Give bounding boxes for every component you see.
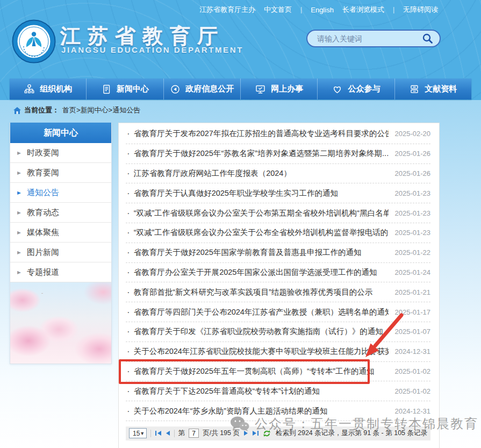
news-item-title[interactable]: 关于公布2024年江苏省职业院校技能大赛中等职业学校班主任能力比赛获奖... [134,346,389,357]
records-summary: 检索到 2924 条记录，显示第 91 条 - 第 105 条记录 [276,429,427,438]
news-item-title[interactable]: “双减”工作省级联席会议办公室关于公布全省校外培训机构监督举报电话的公... [134,227,389,238]
news-item-title[interactable]: 省教育厅关于发布2027年拟在江苏招生的普通高校专业选考科目要求的公告 [134,129,389,139]
news-item[interactable]: ·“双减”工作省级联席会议办公室关于公布全省校外培训机构监督举报电话的公...2… [126,223,430,243]
page-label-prefix: 第 [178,429,185,438]
news-item-date: 2025-01-21 [395,288,431,296]
news-item-title[interactable]: 省教育厅关于做好2025年国家学前教育普及普惠县申报工作的通知 [134,247,389,258]
page-number-input[interactable]: 7 [189,429,199,438]
news-item-title[interactable]: 教育部首批“新文科研究与改革实践项目”结题验收推荐优秀项目的公示 [134,287,389,297]
news-item-title[interactable]: “双减”工作省级联席会议办公室关于公布第五期全省校外培训机构“黑白名单... [134,208,389,218]
search-input[interactable] [307,31,422,46]
search-box [306,30,441,47]
sidebar-item-label: 媒体聚焦 [27,227,59,238]
sidebar-item-label: 教育动态 [27,208,59,218]
topbar-link[interactable]: 长者浏览模式 [342,5,384,15]
news-item[interactable]: ·省教育厅办公室关于开展2025年国家公派出国留学选派受理工作的通知2025-0… [126,263,430,283]
sidebar-title: 新闻中心 [10,123,111,143]
triangle-marker-icon: ▶ [17,250,21,255]
news-item-highlighted[interactable]: ·省教育厅关于做好2025年五年一贯制高职（高师）“专转本”工作的通知2025-… [126,362,430,382]
bullet-icon: · [127,189,130,198]
news-item[interactable]: ·关于公布2024年“苏乡永助”资助育人主题活动结果的通知2024-12-31 [126,401,430,421]
bullet-icon: · [127,149,130,158]
news-item[interactable]: ·教育部首批“新文科研究与改革实践项目”结题验收推荐优秀项目的公示2025-01… [126,282,430,302]
news-item-title[interactable]: 省教育厅关于认真做好2025年职业学校学生实习工作的通知 [134,188,389,198]
nav-item-新闻中心[interactable]: 新闻中心 [87,79,163,99]
nav-item-网上办事[interactable]: 网上办事 [241,79,318,99]
main-nav: 组织机构新闻中心政府信息公开网上办事公众参与文献资料 [10,79,471,99]
prev-page-button[interactable] [166,430,170,436]
sidebar-item-图片新闻[interactable]: ▶图片新闻 [10,243,111,262]
nav-item-文献资料[interactable]: 文献资料 [395,79,471,99]
news-item-title[interactable]: 省教育厅关于做好2025年“苏教名家”培养对象遴选暨第二期培养对象终期... [134,148,389,159]
refresh-icon[interactable] [263,430,271,437]
sidebar-item-教育动态[interactable]: ▶教育动态 [10,203,111,223]
news-item-date: 2025-01-22 [395,248,431,257]
topbar-link[interactable]: 无障碍阅读 [403,5,438,15]
triangle-marker-icon: ▶ [17,190,21,195]
last-page-button[interactable] [252,430,259,436]
site-logo[interactable] [12,19,56,63]
news-item-date: 2025-01-23 [395,209,431,217]
news-item[interactable]: ·省教育厅关于下达2025年普通高校“专转本”计划的通知2025-01-02 [126,381,430,401]
topbar-link[interactable]: English [311,6,334,14]
topbar-link[interactable]: 江苏省教育厅主办 [199,5,255,15]
news-item-title[interactable]: 省教育厅关于印发《江苏省职业院校劳动教育实施指南（试行）》的通知 [134,326,389,337]
divider: | [393,6,394,13]
magnolia-flowers-image [10,282,111,364]
news-item[interactable]: ·“双减”工作省级联席会议办公室关于公布第五期全省校外培训机构“黑白名单...2… [126,203,430,223]
sidebar-item-时政要闻[interactable]: ▶时政要闻 [10,143,111,163]
sidebar-item-媒体聚焦[interactable]: ▶媒体聚焦 [10,223,111,243]
page-label-suffix: 页/共 195 页 [203,429,240,438]
news-item-date: 2025-01-07 [395,328,431,336]
nav-item-政府信息公开[interactable]: 政府信息公开 [164,79,241,99]
news-item[interactable]: ·省教育厅关于印发《江苏省职业院校劳动教育实施指南（试行）》的通知2025-01… [126,322,430,342]
news-item-title[interactable]: 江苏省教育厅政府网站工作年度报表（2024） [134,168,389,179]
sidebar-item-专题报道[interactable]: ▶专题报道 [10,262,111,282]
news-item[interactable]: ·关于公布2024年江苏省职业院校技能大赛中等职业学校班主任能力比赛获奖...2… [126,342,430,362]
sidebar-item-通知公告[interactable]: ▶通知公告 [10,183,111,203]
news-item[interactable]: ·省教育厅关于认真做好2025年职业学校学生实习工作的通知2025-01-23 [126,183,430,203]
first-page-button[interactable] [155,430,162,436]
bullet-icon: · [127,209,130,218]
nav-item-label: 文献资料 [425,84,457,94]
news-item-date: 2025-01-23 [395,189,431,197]
news-item-title[interactable]: 省教育厅关于下达2025年普通高校“专转本”计划的通知 [134,386,389,396]
news-item[interactable]: ·江苏省教育厅政府网站工作年度报表（2024）2025-01-26 [126,164,430,184]
triangle-marker-icon: ▶ [17,230,21,235]
news-item-title[interactable]: 省教育厅关于做好2025年五年一贯制高职（高师）“专转本”工作的通知 [134,366,389,376]
nav-item-label: 网上办事 [271,84,303,94]
breadcrumb-label: 当前位置： [24,105,59,115]
home-icon [13,107,21,114]
news-item-title[interactable]: 关于公布2024年“苏乡永助”资助育人主题活动结果的通知 [134,406,389,416]
next-page-button[interactable] [243,430,248,436]
bullet-icon: · [127,387,130,396]
breadcrumb: 当前位置： 首页>新闻中心>通知公告 [13,105,140,115]
news-item[interactable]: ·省教育厅关于发布2027年拟在江苏招生的普通高校专业选考科目要求的公告2025… [126,124,430,144]
news-item-date: 2025-01-02 [395,387,431,395]
news-item-title[interactable]: 省教育厅等四部门关于公布2024年江苏省产业教授（兼职）选聘名单的通知 [134,307,389,317]
page-size-select[interactable]: 15 ▼ [129,428,147,438]
bullet-icon: · [127,129,130,138]
news-item[interactable]: ·省教育厅关于做好2025年“苏教名家”培养对象遴选暨第二期培养对象终期...2… [126,144,430,164]
bullet-icon: · [127,347,130,356]
news-item[interactable]: ·省教育厅等四部门关于公布2024年江苏省产业教授（兼职）选聘名单的通知2025… [126,302,430,322]
education-department-seal-icon [12,19,56,63]
topbar-link[interactable]: 中文首页 [264,5,292,15]
nav-item-组织机构[interactable]: 组织机构 [10,79,87,99]
sidebar-item-label: 专题报道 [27,267,59,278]
sidebar-item-教育要闻[interactable]: ▶教育要闻 [10,163,111,183]
sidebar-item-label: 通知公告 [27,188,59,198]
site-subtitle: JIANGSU EDUCATION DEPARTMENT [61,45,243,54]
news-item-title[interactable]: 省教育厅办公室关于开展2025年国家公派出国留学选派受理工作的通知 [134,267,389,278]
bullet-icon: · [127,169,130,178]
triangle-marker-icon: ▶ [17,170,21,175]
bullet-icon: · [127,308,130,317]
breadcrumb-path[interactable]: 首页>新闻中心>通知公告 [62,105,140,115]
sidebar-item-label: 教育要闻 [27,168,59,178]
news-item[interactable]: ·省教育厅关于做好2025年国家学前教育普及普惠县申报工作的通知2025-01-… [126,243,430,263]
search-icon[interactable] [422,33,433,44]
triangle-marker-icon: ▶ [17,151,21,155]
nav-item-公众参与[interactable]: 公众参与 [318,79,394,99]
triangle-marker-icon: ▶ [17,210,21,215]
nav-item-label: 政府信息公开 [185,84,234,94]
